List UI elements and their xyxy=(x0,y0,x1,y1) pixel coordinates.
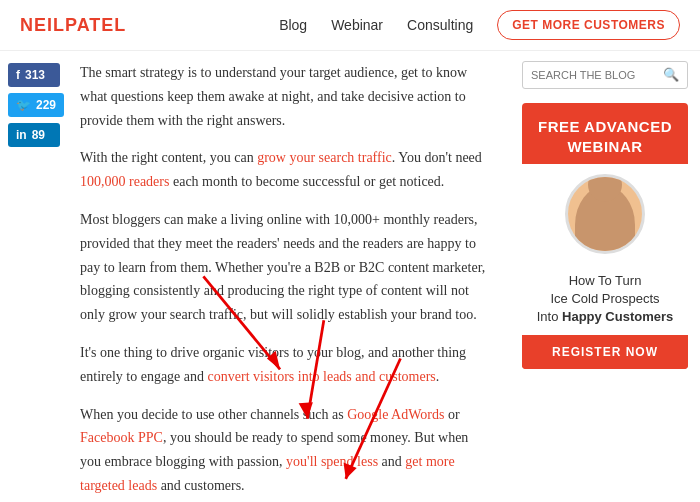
webinar-image-area xyxy=(522,164,688,264)
twitter-icon: 🐦 xyxy=(16,98,31,112)
article-para4: It's one thing to drive organic visitors… xyxy=(80,341,490,389)
readers-link[interactable]: 100,000 readers xyxy=(80,174,169,189)
adwords-link[interactable]: Google AdWords xyxy=(347,407,444,422)
twitter-count: 229 xyxy=(36,98,56,112)
webinar-title: FREE ADVANCED WEBINAR xyxy=(534,117,676,156)
webinar-text-area: How To Turn Ice Cold Prospects Into Happ… xyxy=(522,264,688,335)
nav-webinar[interactable]: Webinar xyxy=(331,17,383,33)
linkedin-icon: in xyxy=(16,128,27,142)
main-nav: Blog Webinar Consulting GET MORE CUSTOME… xyxy=(279,10,680,40)
facebook-count: 313 xyxy=(25,68,45,82)
grow-traffic-link[interactable]: grow your search traffic xyxy=(257,150,392,165)
nav-blog[interactable]: Blog xyxy=(279,17,307,33)
linkedin-count: 89 xyxy=(32,128,45,142)
social-sidebar: f 313 🐦 229 in 89 xyxy=(0,51,72,502)
linkedin-share-button[interactable]: in 89 xyxy=(8,123,60,147)
webinar-promo: FREE ADVANCED WEBINAR How To Turn Ice Co… xyxy=(522,103,688,369)
article-content: The smart strategy is to understand your… xyxy=(72,51,510,502)
logo: NEILPATEL xyxy=(20,15,126,36)
webinar-highlight: Happy Customers xyxy=(562,309,673,324)
twitter-share-button[interactable]: 🐦 229 xyxy=(8,93,64,117)
article-para3: Most bloggers can make a living online w… xyxy=(80,208,490,327)
main-container: f 313 🐦 229 in 89 xyxy=(0,51,700,502)
right-sidebar: 🔍 FREE ADVANCED WEBINAR How To Turn xyxy=(510,51,700,502)
webinar-header: FREE ADVANCED WEBINAR xyxy=(522,103,688,164)
facebook-ppc-link[interactable]: Facebook PPC xyxy=(80,430,163,445)
spend-less-link[interactable]: you'll spend less xyxy=(286,454,378,469)
facebook-share-button[interactable]: f 313 xyxy=(8,63,60,87)
register-now-button[interactable]: REGISTER NOW xyxy=(522,335,688,369)
avatar-person xyxy=(575,186,635,251)
avatar-head xyxy=(588,174,622,202)
left-section: f 313 🐦 229 in 89 xyxy=(0,51,510,502)
article-para2: With the right content, you can grow you… xyxy=(80,146,490,194)
search-box[interactable]: 🔍 xyxy=(522,61,688,89)
facebook-icon: f xyxy=(16,68,20,82)
convert-visitors-link[interactable]: convert visitors into leads and customer… xyxy=(208,369,436,384)
article-para5: When you decide to use other channels su… xyxy=(80,403,490,498)
nav-consulting[interactable]: Consulting xyxy=(407,17,473,33)
search-input[interactable] xyxy=(531,69,663,81)
avatar xyxy=(565,174,645,254)
site-header: NEILPATEL Blog Webinar Consulting GET MO… xyxy=(0,0,700,51)
article-para1: The smart strategy is to understand your… xyxy=(80,61,490,132)
search-icon: 🔍 xyxy=(663,67,679,83)
webinar-description: How To Turn Ice Cold Prospects Into Happ… xyxy=(532,272,678,327)
get-customers-button[interactable]: GET MORE CUSTOMERS xyxy=(497,10,680,40)
